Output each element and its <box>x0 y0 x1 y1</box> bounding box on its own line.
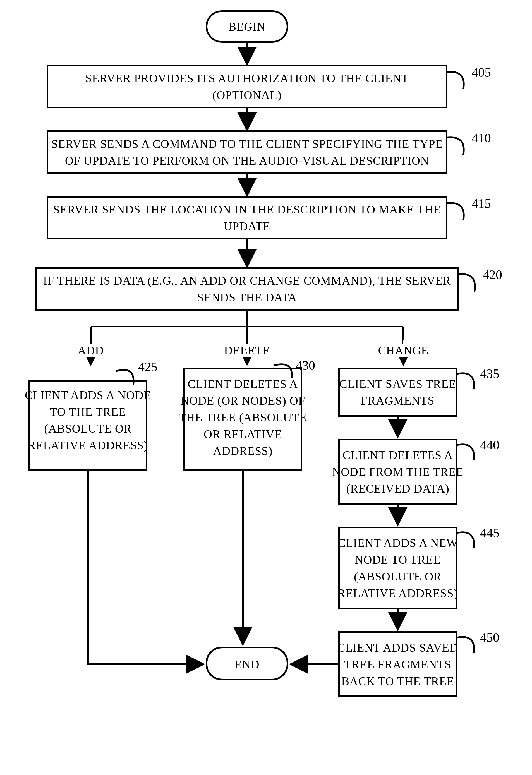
terminal-end: END <box>206 648 288 680</box>
step-450-line1: CLIENT ADDS SAVED <box>337 641 458 654</box>
step-425-line4: RELATIVE ADDRESS) <box>28 439 148 452</box>
step-445-line1: CLIENT ADDS A NEW <box>338 537 458 550</box>
step-415-num: 415 <box>472 196 491 211</box>
step-415-line2: UPDATE <box>223 220 270 233</box>
step-425-line3: (ABSOLUTE OR <box>44 422 132 436</box>
branch-label-add: ADD <box>78 344 104 357</box>
step-425: CLIENT ADDS A NODE TO THE TREE (ABSOLUTE… <box>25 360 157 470</box>
ref-curve <box>447 203 464 220</box>
step-425-line1: CLIENT ADDS A NODE <box>25 389 151 402</box>
step-425-line2: TO THE TREE <box>50 406 126 418</box>
branch-label-delete: DELETE <box>224 344 270 357</box>
step-420-line1: IF THERE IS DATA (E.G., AN ADD OR CHANGE… <box>43 274 451 287</box>
step-435: CLIENT SAVES TREE FRAGMENTS 435 <box>339 367 499 416</box>
step-415-line1: SERVER SENDS THE LOCATION IN THE DESCRIP… <box>53 203 441 216</box>
step-430-line3: THE TREE (ABSOLUTE <box>179 411 307 424</box>
ref-curve <box>456 444 474 461</box>
ref-curve <box>456 532 474 548</box>
step-450: CLIENT ADDS SAVED TREE FRAGMENTS BACK TO… <box>337 630 499 696</box>
step-450-line2: TREE FRAGMENTS <box>344 658 451 671</box>
ref-curve <box>458 274 475 292</box>
step-425-num: 425 <box>138 360 157 374</box>
step-445-line4: RELATIVE ADDRESS) <box>338 587 458 600</box>
step-430-line4: OR RELATIVE <box>204 428 282 441</box>
step-440-line1: CLIENT DELETES A <box>343 449 453 462</box>
terminal-begin: BEGIN <box>206 11 288 42</box>
step-450-line3: BACK TO THE TREE <box>341 675 454 688</box>
step-435-num: 435 <box>480 367 499 381</box>
ref-curve <box>447 137 464 155</box>
step-440-line2: NODE FROM THE TREE <box>332 466 463 478</box>
step-430-line2: NODE (OR NODES) OF <box>180 395 305 408</box>
step-405: SERVER PROVIDES ITS AUTHORIZATION TO THE… <box>47 65 491 107</box>
step-430: CLIENT DELETES A NODE (OR NODES) OF THE … <box>179 358 315 470</box>
ref-curve <box>447 72 464 89</box>
svg-rect-7 <box>339 368 456 416</box>
flowchart-diagram: BEGIN SERVER PROVIDES ITS AUTHORIZATION … <box>0 0 532 775</box>
step-405-line2: (OPTIONAL) <box>212 89 282 102</box>
step-410-num: 410 <box>472 131 491 145</box>
step-420: IF THERE IS DATA (E.G., AN ADD OR CHANGE… <box>36 268 502 310</box>
step-420-line2: SENDS THE DATA <box>197 291 297 304</box>
step-405-num: 405 <box>472 65 491 80</box>
step-410: SERVER SENDS A COMMAND TO THE CLIENT SPE… <box>47 131 491 173</box>
step-440-num: 440 <box>480 438 499 452</box>
step-430-line5: ADDRESS) <box>213 445 273 458</box>
step-410-line1: SERVER SENDS A COMMAND TO THE CLIENT SPE… <box>51 138 443 150</box>
step-440-line3: (RECEIVED DATA) <box>346 482 449 495</box>
step-445: CLIENT ADDS A NEW NODE TO TREE (ABSOLUTE… <box>338 526 499 608</box>
ref-curve <box>456 637 474 653</box>
step-430-num: 430 <box>296 358 315 372</box>
step-405-line1: SERVER PROVIDES ITS AUTHORIZATION TO THE… <box>85 72 409 85</box>
step-430-line1: CLIENT DELETES A <box>187 377 298 391</box>
step-445-line2: NODE TO TREE <box>355 554 441 566</box>
step-415: SERVER SENDS THE LOCATION IN THE DESCRIP… <box>47 196 491 239</box>
step-410-line2: OF UPDATE TO PERFORM ON THE AUDIO-VISUAL… <box>65 154 429 167</box>
terminal-end-label: END <box>234 658 259 671</box>
step-440: CLIENT DELETES A NODE FROM THE TREE (REC… <box>332 438 499 504</box>
branch-label-change: CHANGE <box>378 344 429 357</box>
terminal-begin-label: BEGIN <box>228 20 265 33</box>
step-450-num: 450 <box>480 630 499 645</box>
step-435-line1: CLIENT SAVES TREE <box>340 377 456 391</box>
flow-arrow <box>88 470 203 664</box>
step-445-line3: (ABSOLUTE OR <box>354 570 442 583</box>
step-435-line2: FRAGMENTS <box>361 395 434 407</box>
ref-curve <box>456 373 474 389</box>
step-420-num: 420 <box>483 268 502 282</box>
step-445-num: 445 <box>480 526 499 540</box>
